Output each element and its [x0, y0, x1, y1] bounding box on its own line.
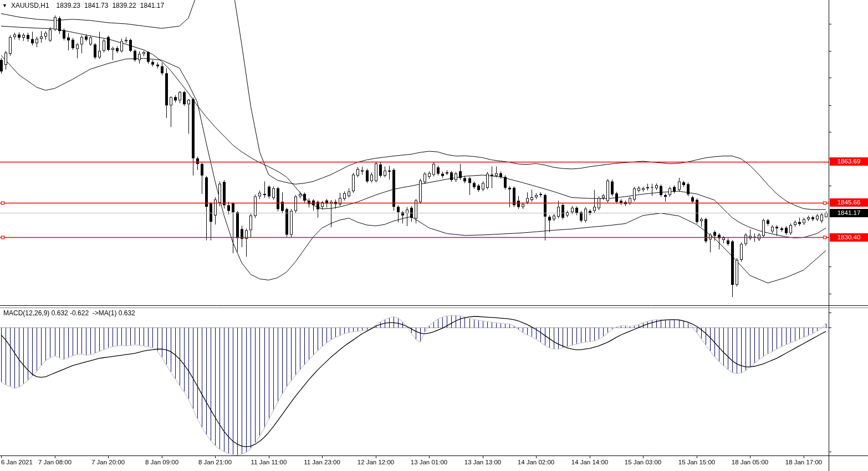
- time-axis-label: 7 Jan 08:00: [38, 459, 72, 465]
- symbol-dropdown-icon: ▼: [2, 3, 7, 8]
- current-price-tag: 1841.17: [830, 209, 868, 217]
- panel-divider[interactable]: [0, 304, 868, 309]
- h-line-handle[interactable]: [2, 200, 7, 205]
- time-axis-label: 13 Jan 01:00: [411, 459, 448, 465]
- h-line-price-tag[interactable]: 1863.69: [830, 157, 868, 166]
- trading-chart-window: ▼ XAUUSD,H1 1839.23 1841.73 1839.22 1841…: [0, 0, 868, 471]
- h-line-handle[interactable]: [2, 235, 7, 240]
- ohlc-close: 1841.17: [140, 2, 164, 9]
- time-axis-label: 15 Jan 15:00: [678, 459, 716, 465]
- ohlc-open: 1839.23: [57, 2, 80, 9]
- h-line-handle[interactable]: [824, 235, 829, 240]
- time-axis-label: 8 Jan 21:00: [198, 459, 232, 465]
- ohlc-high: 1841.73: [84, 2, 108, 9]
- ohlc-low: 1839.22: [112, 2, 136, 9]
- h-line-price-tag[interactable]: 1845.66: [830, 198, 868, 207]
- time-axis-label: 11 Jan 11:00: [251, 459, 287, 465]
- time-axis[interactable]: 6 Jan 20217 Jan 08:007 Jan 20:008 Jan 09…: [0, 456, 868, 471]
- price-axis[interactable]: 1924.501912.501900.701888.701876.901865.…: [829, 0, 868, 305]
- time-axis-label: 11 Jan 23:00: [304, 459, 340, 465]
- time-axis-label: 13 Jan 13:00: [464, 459, 502, 465]
- macd-axis[interactable]: 3.2290.00-20.819: [829, 308, 868, 455]
- h-line-handle[interactable]: [824, 200, 829, 205]
- time-axis-label: 12 Jan 12:00: [358, 459, 395, 465]
- time-axis-label: 14 Jan 02:00: [518, 459, 555, 465]
- time-axis-label: 18 Jan 05:00: [732, 459, 769, 465]
- chart-title: ▼ XAUUSD,H1 1839.23 1841.73 1839.22 1841…: [2, 2, 164, 9]
- chart-canvas[interactable]: [0, 0, 868, 471]
- macd-indicator-label: MACD(12,26,9) 0.632 -0.622 ->MA(1) 0.632: [3, 309, 135, 317]
- h-line-price-tag[interactable]: 1830.40: [830, 233, 868, 242]
- time-axis-label: 7 Jan 20:00: [91, 459, 125, 465]
- time-axis-label: 8 Jan 09:00: [145, 459, 178, 465]
- time-axis-label: 18 Jan 17:00: [785, 459, 823, 465]
- time-axis-label: 15 Jan 03:00: [625, 459, 662, 465]
- symbol-period-label: XAUUSD,H1: [11, 2, 49, 9]
- time-axis-label: 14 Jan 14:00: [571, 459, 609, 465]
- time-axis-label: 6 Jan 2021: [1, 459, 33, 465]
